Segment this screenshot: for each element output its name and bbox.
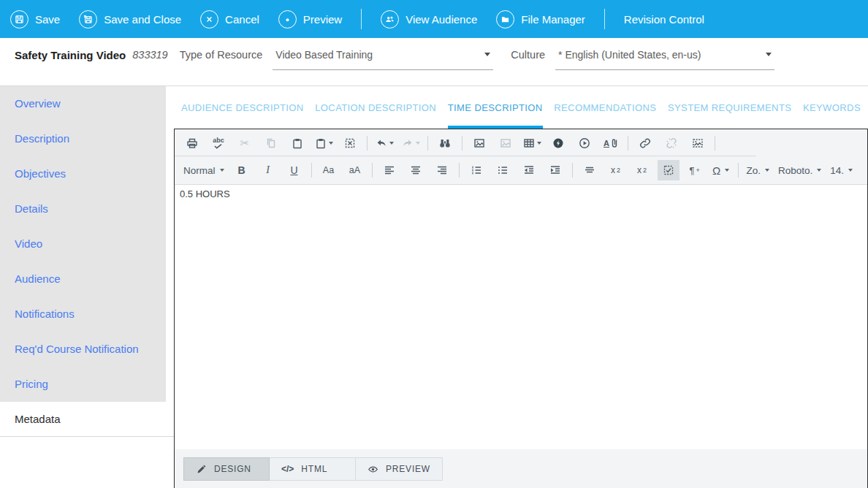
- paperclip-icon: [611, 137, 618, 149]
- cancel-label: Cancel: [225, 13, 259, 26]
- binoculars-icon: [438, 137, 452, 150]
- font-family-select[interactable]: Roboto.: [774, 160, 826, 180]
- mode-tab-html[interactable]: </> HTML: [270, 457, 356, 481]
- sidebar-item-notifications[interactable]: Notifications: [0, 297, 166, 332]
- bold-button[interactable]: B: [231, 160, 253, 180]
- select-all-button[interactable]: [339, 133, 361, 153]
- revision-control-label: Revision Control: [624, 13, 704, 26]
- sidebar-item-audience[interactable]: Audience: [0, 262, 166, 297]
- tab-audience-description[interactable]: AUDIENCE DESCRIPTION: [181, 86, 304, 129]
- link-icon: [639, 137, 652, 150]
- editor-toolbar-row-2: Normal B I U Aa aA: [175, 156, 867, 185]
- sidebar-item-details[interactable]: Details: [0, 191, 166, 226]
- insert-paragraph-button[interactable]: ¶+: [684, 160, 706, 180]
- sidebar-item-description[interactable]: Description: [0, 121, 166, 156]
- zoom-select[interactable]: Zo.: [742, 160, 774, 180]
- font-size-select[interactable]: 14.: [826, 160, 857, 180]
- tab-keywords[interactable]: KEYWORDS: [803, 86, 861, 129]
- type-of-resource-select[interactable]: Video Based Training: [273, 49, 493, 70]
- pencil-icon: [196, 464, 207, 475]
- tab-recommendations[interactable]: RECOMMENDATIONS: [554, 86, 656, 129]
- cut-icon: ✂: [240, 137, 250, 148]
- metadata-tabs: AUDIENCE DESCRIPTION LOCATION DESCRIPTIO…: [174, 86, 868, 129]
- chevron-down-icon: [766, 53, 772, 56]
- preview-button[interactable]: Preview: [278, 10, 342, 28]
- media-manager-button[interactable]: [574, 133, 595, 153]
- toolbar-divider: [361, 9, 362, 29]
- sidebar-item-reqd-course-notification[interactable]: Req'd Course Notification: [0, 332, 166, 367]
- save-button[interactable]: Save: [10, 10, 60, 28]
- save-and-close-label: Save and Close: [104, 13, 181, 26]
- image-manager-button[interactable]: [468, 133, 490, 153]
- main-panel: AUDIENCE DESCRIPTION LOCATION DESCRIPTIO…: [174, 86, 868, 488]
- image-map-button[interactable]: [687, 133, 709, 153]
- tab-location-description[interactable]: LOCATION DESCRIPTION: [315, 86, 436, 129]
- resource-id: 833319: [132, 49, 167, 61]
- toggle-formatting-button[interactable]: [658, 160, 679, 180]
- rich-text-editor: abc ✂: [174, 129, 868, 488]
- sidebar-item-pricing[interactable]: Pricing: [0, 367, 166, 402]
- chevron-down-icon: [725, 169, 729, 172]
- find-and-replace-button[interactable]: [434, 133, 456, 153]
- cut-button[interactable]: ✂: [234, 133, 256, 153]
- toolbar-separator: [372, 163, 373, 178]
- paste-options-button[interactable]: [313, 133, 335, 153]
- underline-button[interactable]: U: [283, 160, 305, 180]
- type-of-resource-label: Type of Resource: [180, 49, 263, 61]
- spellcheck-button[interactable]: abc: [208, 133, 229, 153]
- resource-header: Safety Training Video 833319 Type of Res…: [0, 38, 868, 85]
- tab-system-requirements[interactable]: SYSTEM REQUIREMENTS: [668, 86, 791, 129]
- insert-table-button[interactable]: [521, 133, 543, 153]
- copy-icon: [264, 137, 278, 150]
- paste-button[interactable]: [286, 133, 308, 153]
- mode-tab-preview[interactable]: PREVIEW: [356, 457, 443, 481]
- flash-icon: [552, 137, 565, 150]
- save-and-close-button[interactable]: Save and Close: [79, 10, 181, 28]
- indent-button[interactable]: [544, 160, 566, 180]
- bullet-list-icon: [496, 164, 509, 177]
- image-properties-button[interactable]: [495, 133, 517, 153]
- insert-link-button[interactable]: [634, 133, 656, 153]
- revision-control-button[interactable]: Revision Control: [624, 13, 704, 26]
- uppercase-button[interactable]: aA: [344, 160, 366, 180]
- mode-tab-design[interactable]: DESIGN: [183, 457, 270, 481]
- subscript-button[interactable]: x2: [631, 160, 653, 180]
- unlink-icon: [665, 137, 678, 150]
- lowercase-button[interactable]: Aa: [318, 160, 340, 180]
- tab-time-description[interactable]: TIME DESCRIPTION: [448, 86, 543, 129]
- print-button[interactable]: [181, 133, 203, 153]
- eye-icon: [368, 464, 378, 475]
- superscript-button[interactable]: x2: [605, 160, 627, 180]
- align-left-button[interactable]: [378, 160, 400, 180]
- insert-symbol-button[interactable]: Ω: [710, 160, 732, 180]
- flash-manager-button[interactable]: [547, 133, 569, 153]
- copy-button[interactable]: [260, 133, 282, 153]
- editor-content-area[interactable]: 0.5 HOURS: [175, 185, 867, 449]
- sidebar-item-objectives[interactable]: Objectives: [0, 156, 166, 191]
- unlink-button[interactable]: [660, 133, 682, 153]
- paragraph-style-select[interactable]: Normal: [179, 160, 229, 180]
- bullet-list-button[interactable]: [492, 160, 514, 180]
- justify-icon: [583, 164, 596, 177]
- align-center-button[interactable]: [405, 160, 427, 180]
- outdent-button[interactable]: [518, 160, 540, 180]
- cancel-button[interactable]: Cancel: [200, 10, 259, 28]
- sidebar-item-overview[interactable]: Overview: [0, 86, 166, 121]
- undo-button[interactable]: [373, 133, 395, 153]
- media-play-icon: [578, 137, 591, 150]
- print-icon: [186, 137, 199, 150]
- culture-select[interactable]: * English (United States, en-us): [555, 49, 774, 70]
- redo-button[interactable]: [400, 133, 422, 153]
- sidebar-item-video[interactable]: Video: [0, 226, 166, 262]
- file-manager-button[interactable]: File Manager: [496, 10, 585, 28]
- view-audience-button[interactable]: View Audience: [381, 10, 477, 28]
- save-label: Save: [35, 13, 60, 26]
- align-right-button[interactable]: [431, 160, 453, 180]
- ordered-list-button[interactable]: [465, 160, 487, 180]
- spellcheck-icon: abc: [213, 137, 224, 149]
- justify-button[interactable]: [579, 160, 601, 180]
- document-manager-button[interactable]: A: [600, 133, 622, 153]
- sidebar-item-metadata[interactable]: Metadata: [0, 402, 174, 437]
- paste-options-icon: [314, 137, 327, 150]
- italic-button[interactable]: I: [257, 160, 279, 180]
